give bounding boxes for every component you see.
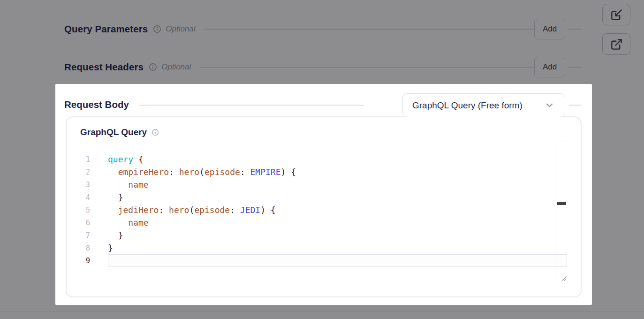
line-number: 7 (78, 231, 90, 240)
chevron-down-icon (545, 100, 554, 110)
code-line[interactable]: 2 empireHero: hero(episode: EMPIRE) { (78, 166, 547, 178)
code-line[interactable]: 6 name (78, 216, 547, 229)
line-number: 2 (78, 168, 90, 176)
request-body-title: Request Body (64, 99, 129, 110)
code-text: } (108, 192, 123, 202)
line-number: 6 (78, 219, 90, 227)
code-text: query { (108, 154, 144, 164)
scrollbar-thumb[interactable] (557, 202, 566, 205)
code-line[interactable]: 9 (78, 254, 547, 267)
code-line[interactable]: 3 name (78, 178, 547, 191)
graphql-editor-container: GraphQL Query 1query {2 empireHero: hero… (66, 116, 582, 297)
code-text: jediHero: hero(episode: JEDI) { (108, 205, 276, 215)
code-line[interactable]: 7 } (78, 229, 547, 242)
line-number: 5 (78, 206, 90, 214)
line-number: 8 (78, 244, 90, 252)
code-text: name (108, 180, 149, 190)
request-body-panel: Request Body GraphQL Query (Free form) G… (55, 84, 592, 305)
code-rows[interactable]: 1query {2 empireHero: hero(episode: EMPI… (78, 153, 547, 267)
code-text: name (108, 218, 149, 228)
line-number: 3 (78, 181, 90, 189)
code-line[interactable]: 4 } (78, 191, 547, 204)
code-line[interactable]: 5 jediHero: hero(episode: JEDI) { (78, 204, 547, 216)
code-line[interactable]: 8} (78, 242, 547, 254)
info-icon[interactable] (152, 129, 159, 136)
graphql-query-label: GraphQL Query (80, 127, 147, 137)
code-text: empireHero: hero(episode: EMPIRE) { (108, 167, 296, 177)
page: Query Parameters Optional Add Request He… (0, 0, 644, 319)
line-number: 9 (78, 257, 90, 265)
divider (569, 105, 582, 106)
code-text: } (108, 243, 113, 253)
divider (139, 105, 364, 106)
code-text: } (108, 230, 123, 240)
editor-scrollbar[interactable] (556, 142, 566, 281)
line-number: 1 (78, 155, 90, 164)
resize-grip-icon[interactable] (560, 274, 568, 282)
code-line[interactable]: 1query { (78, 153, 547, 166)
body-type-value: GraphQL Query (Free form) (412, 100, 545, 111)
body-type-select[interactable]: GraphQL Query (Free form) (402, 93, 565, 117)
line-number: 4 (78, 193, 90, 202)
